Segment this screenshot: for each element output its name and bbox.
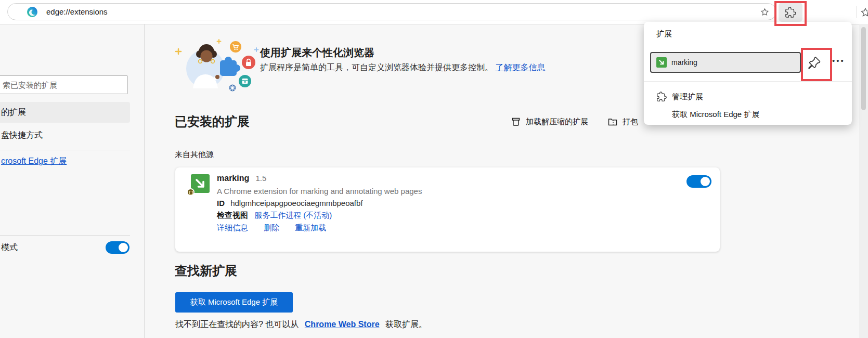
- flyout-divider: [644, 81, 852, 82]
- get-edge-extensions-item[interactable]: 获取 Microsoft Edge 扩展: [672, 110, 759, 120]
- sidebar-store-link[interactable]: crosoft Edge 扩展: [1, 156, 67, 167]
- edge-extensions-page: edge://extensions 的扩展 盘快捷方式 crosoft Edge…: [0, 0, 868, 338]
- find-new-heading: 查找新扩展: [175, 263, 237, 279]
- extension-id-value: hdlgmhceipapgpoeociaegmmbpeoafbf: [230, 199, 362, 207]
- learn-more-link[interactable]: 了解更多信息: [495, 63, 545, 72]
- inspect-views-label: 检查视图: [217, 211, 248, 219]
- pack-folder-icon: [607, 116, 618, 127]
- marking-extension-icon: [656, 57, 667, 68]
- unpacked-box-icon: [511, 116, 521, 127]
- get-extensions-button[interactable]: 获取 Microsoft Edge 扩展: [175, 292, 293, 313]
- pack-extension-label: 打包: [623, 117, 638, 127]
- hero-illustration: [173, 35, 261, 94]
- sidebar-section-divider: [0, 235, 130, 236]
- puzzle-icon: [656, 92, 667, 102]
- scrollbar-thumb[interactable]: [861, 27, 866, 110]
- sidebar-item-label: 的扩展: [1, 108, 26, 116]
- footer-suffix: 获取扩展。: [385, 320, 427, 329]
- extensions-flyout: 扩展 marking ••• 管理扩展 获取 Microsoft Edge 扩展: [644, 22, 852, 125]
- edge-logo-icon: [27, 6, 38, 18]
- address-bar[interactable]: edge://extensions: [7, 3, 776, 20]
- extension-description: A Chrome extension for marking and annot…: [217, 187, 422, 196]
- pack-extension-button[interactable]: 打包: [607, 116, 638, 127]
- installed-heading: 已安装的扩展: [175, 113, 250, 130]
- service-worker-link[interactable]: 服务工作进程 (不活动): [254, 211, 332, 219]
- extension-actions-row: 详细信息 删除 重新加载: [217, 223, 340, 233]
- extension-card: marking 1.5 A Chrome extension for marki…: [175, 167, 720, 252]
- unpacked-badge-icon: [187, 188, 195, 196]
- load-unpacked-label: 加载解压缩的扩展: [526, 117, 588, 127]
- developer-mode-label: 模式: [1, 242, 18, 253]
- remove-link[interactable]: 删除: [264, 223, 279, 232]
- developer-mode-toggle[interactable]: [106, 241, 129, 254]
- page-scrollbar[interactable]: [859, 24, 868, 338]
- chrome-web-store-link[interactable]: Chrome Web Store: [305, 320, 380, 329]
- load-unpacked-button[interactable]: 加载解压缩的扩展: [511, 116, 588, 127]
- sidebar-item-installed[interactable]: 的扩展: [0, 102, 130, 123]
- reload-link[interactable]: 重新加载: [295, 223, 326, 232]
- extension-id-row: ID hdlgmhceipapgpoeociaegmmbpeoafbf: [217, 199, 363, 207]
- manage-extensions-label: 管理扩展: [672, 92, 703, 102]
- sidebar-divider: [144, 24, 145, 338]
- inspect-views-row: 检查视图 服务工作进程 (不活动): [217, 211, 332, 220]
- extension-version: 1.5: [255, 174, 266, 183]
- browser-toolbar: edge://extensions: [0, 0, 868, 24]
- hero-title: 使用扩展来个性化浏览器: [260, 46, 374, 60]
- more-actions-icon[interactable]: •••: [832, 56, 845, 65]
- toolbar-separator: [857, 6, 857, 18]
- url-text: edge://extensions: [46, 7, 108, 16]
- favorites-bar-star-icon[interactable]: [859, 7, 868, 18]
- details-link[interactable]: 详细信息: [217, 223, 248, 232]
- extension-id-label: ID: [217, 199, 225, 207]
- extension-title-row: marking 1.5: [217, 174, 266, 183]
- sidebar-section-divider: [0, 150, 130, 150]
- extension-enabled-toggle[interactable]: [686, 175, 711, 188]
- flyout-extension-name: marking: [671, 58, 697, 67]
- store-footer: 找不到正在查找的内容? 也可以从 Chrome Web Store 获取扩展。: [175, 319, 427, 330]
- flyout-extension-marking[interactable]: marking: [650, 52, 801, 73]
- flyout-title: 扩展: [656, 29, 672, 39]
- hero-description-text: 扩展程序是简单的工具，可自定义浏览器体验并提供更多控制。: [260, 63, 493, 72]
- hero-description: 扩展程序是简单的工具，可自定义浏览器体验并提供更多控制。 了解更多信息: [260, 62, 545, 73]
- annotation-box-extensions-button: [774, 1, 807, 26]
- pin-icon[interactable]: [806, 55, 822, 71]
- source-group-label: 来自其他源: [175, 150, 214, 160]
- extension-name: marking: [217, 174, 249, 183]
- manage-extensions-item[interactable]: 管理扩展: [656, 92, 703, 102]
- favorite-star-icon[interactable]: [760, 7, 770, 17]
- sidebar-item-label: 盘快捷方式: [1, 131, 43, 139]
- sidebar-item-shortcuts[interactable]: 盘快捷方式: [0, 125, 130, 146]
- search-input[interactable]: [0, 75, 128, 94]
- footer-prefix: 找不到正在查找的内容? 也可以从: [175, 320, 299, 329]
